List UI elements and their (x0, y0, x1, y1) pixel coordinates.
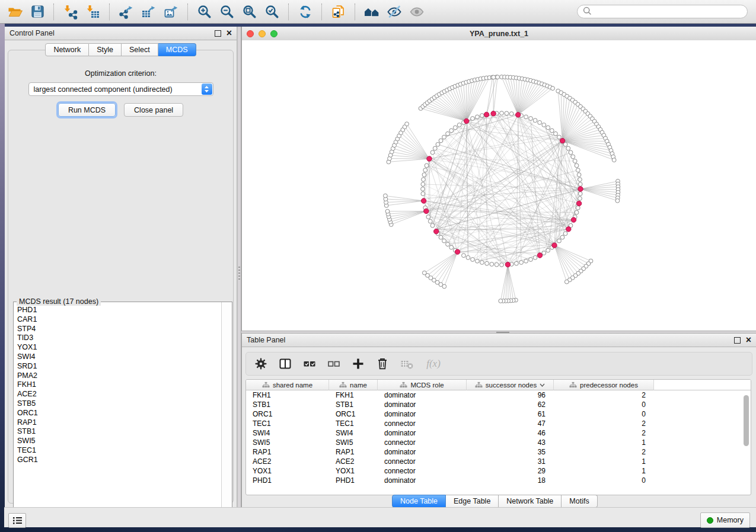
control-panel-title: Control Panel (9, 29, 55, 37)
hide-graphics-icon[interactable] (383, 2, 406, 22)
table-tab-network-table[interactable]: Network Table (499, 495, 562, 508)
mcds-result-item[interactable]: YOX1 (17, 343, 221, 352)
network-graph[interactable] (242, 40, 755, 331)
mcds-result-item[interactable]: ACE2 (17, 390, 221, 399)
zoom-selected-icon[interactable] (261, 2, 283, 22)
table-row-ORC1[interactable]: ORC1ORC1dominator610 (246, 409, 751, 419)
mcds-result-item[interactable]: SRD1 (17, 362, 221, 371)
refresh-icon[interactable] (294, 2, 317, 22)
mcds-result-item[interactable]: CAR1 (17, 315, 221, 325)
cell: 1 (554, 467, 654, 475)
criterion-value: largest connected component (undirected) (29, 85, 202, 94)
tab-network[interactable]: Network (45, 43, 89, 56)
close-table-panel-icon[interactable]: × (746, 337, 751, 343)
close-panel-button[interactable]: Close panel (124, 103, 183, 117)
table-row-FKH1[interactable]: FKH1FKH1dominator962 (246, 390, 751, 400)
select-all-icon[interactable] (302, 355, 317, 372)
column-header-predecessor-nodes[interactable]: predecessor nodes (554, 380, 654, 390)
status-bar: Memory (4, 507, 756, 527)
cell: 29 (467, 467, 554, 475)
float-table-panel-icon[interactable] (734, 337, 741, 344)
zoom-in-icon[interactable] (193, 2, 216, 22)
mcds-result-item[interactable]: STB1 (17, 427, 221, 437)
network-canvas[interactable] (242, 40, 756, 331)
table-scrollbar[interactable] (744, 395, 749, 446)
cell: ACE2 (329, 457, 378, 466)
table-row-PHD1[interactable]: PHD1PHD1dominator180 (246, 476, 751, 485)
table-row-ACE2[interactable]: ACE2ACE2connector311 (246, 457, 751, 466)
import-table-icon[interactable] (82, 2, 104, 22)
column-header-shared-name[interactable]: shared name (246, 380, 329, 390)
table-panel-title: Table Panel (247, 336, 285, 344)
table-row-RAP1[interactable]: RAP1RAP1dominator352 (246, 447, 751, 457)
memory-button[interactable]: Memory (700, 512, 750, 528)
vertical-splitter[interactable] (237, 27, 241, 507)
zoom-fit-icon[interactable] (238, 2, 261, 22)
zoom-out-icon[interactable] (216, 2, 238, 22)
result-scrollbar[interactable] (221, 302, 232, 515)
mcds-result-item[interactable]: SWI5 (17, 437, 221, 446)
show-graphics-icon (406, 2, 428, 22)
mcds-result-item[interactable]: TID3 (17, 334, 221, 343)
table-tab-motifs[interactable]: Motifs (562, 495, 597, 508)
tab-mcds[interactable]: MCDS (158, 43, 196, 56)
gear-icon[interactable] (253, 355, 269, 372)
deselect-all-icon[interactable] (326, 355, 342, 372)
clone-network-icon[interactable] (327, 2, 350, 22)
mcds-result-item[interactable]: FKH1 (17, 380, 221, 390)
float-panel-icon[interactable] (215, 30, 221, 37)
delete-icon[interactable] (375, 355, 390, 372)
table-row-YOX1[interactable]: YOX1YOX1connector291 (246, 466, 751, 476)
tab-style[interactable]: Style (89, 43, 122, 56)
cell: ORC1 (246, 410, 329, 418)
window-zoom-traffic-light[interactable] (270, 30, 277, 37)
cell: ACE2 (246, 457, 329, 466)
table-row-STB1[interactable]: STB1STB1dominator620 (246, 400, 751, 409)
window-minimize-traffic-light[interactable] (259, 30, 266, 37)
cell: dominator (378, 448, 467, 456)
run-mcds-button[interactable]: Run MCDS (58, 103, 116, 117)
cell: SWI4 (329, 429, 378, 437)
mcds-result-item[interactable]: STP4 (17, 325, 221, 334)
mcds-result-item[interactable]: SWI4 (17, 352, 221, 362)
mcds-result-item[interactable]: RAP1 (17, 418, 221, 428)
mcds-result-item[interactable]: GCR1 (17, 456, 221, 465)
cell: 47 (467, 419, 554, 428)
columns-icon[interactable] (277, 355, 293, 372)
mcds-result-item[interactable]: STB5 (17, 399, 221, 409)
export-network-icon[interactable] (115, 2, 138, 22)
fx-icon: f(x) (423, 355, 444, 372)
import-network-icon[interactable] (59, 2, 82, 22)
mcds-result-item[interactable]: PHD1 (17, 306, 221, 315)
criterion-select[interactable]: largest connected component (undirected) (28, 82, 213, 96)
toolbar-separator (53, 4, 55, 20)
cell: 46 (467, 429, 554, 437)
window-close-traffic-light[interactable] (247, 30, 254, 37)
save-session-icon[interactable] (26, 2, 49, 22)
cell: SWI4 (246, 429, 329, 437)
table-tab-node-table[interactable]: Node Table (392, 495, 446, 508)
export-table-icon[interactable] (138, 2, 160, 22)
close-panel-icon[interactable]: × (227, 30, 232, 36)
open-session-icon[interactable] (4, 2, 26, 22)
column-header-name[interactable]: name (329, 380, 378, 390)
tab-select[interactable]: Select (122, 43, 158, 56)
add-icon[interactable] (350, 355, 366, 372)
table-row-TEC1[interactable]: TEC1TEC1connector472 (246, 419, 751, 428)
search-field[interactable] (577, 5, 748, 18)
search-input[interactable] (595, 7, 742, 17)
mcds-result-item[interactable]: TEC1 (17, 446, 221, 456)
export-image-icon[interactable] (160, 2, 183, 22)
mcds-result-item[interactable]: PMA2 (17, 371, 221, 381)
control-panel-tabs: NetworkStyleSelectMCDS (5, 43, 237, 56)
network-titlebar[interactable]: YPA_prune.txt_1 (242, 27, 756, 41)
column-header-successor-nodes[interactable]: successor nodes (467, 380, 554, 390)
column-header-MCDS-role[interactable]: MCDS role (378, 380, 467, 390)
table-row-SWI4[interactable]: SWI4SWI4dominator462 (246, 428, 751, 438)
mcds-result-item[interactable]: ORC1 (17, 409, 221, 418)
task-history-button[interactable] (8, 513, 26, 528)
show-networks-icon[interactable] (361, 2, 383, 22)
mcds-result-list[interactable]: PHD1CAR1STP4TID3YOX1SWI4SRD1PMA2FKH1ACE2… (14, 303, 221, 515)
table-row-SWI5[interactable]: SWI5SWI5connector431 (246, 438, 751, 447)
table-tab-edge-table[interactable]: Edge Table (446, 495, 499, 508)
